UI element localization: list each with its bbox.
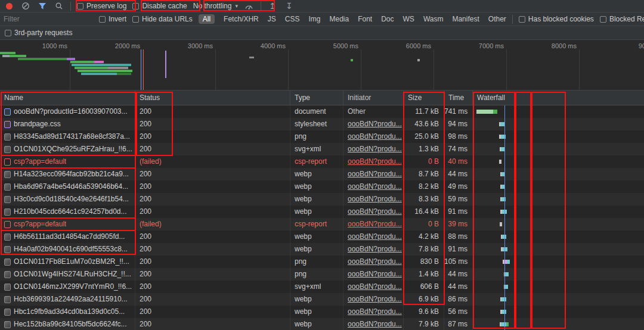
filter-type-font[interactable]: Font <box>358 15 372 23</box>
table-row[interactable]: Hba6d967a4be54d46a539046b64...200webpooo… <box>0 180 644 193</box>
filter-input[interactable] <box>4 14 93 24</box>
filter-type-ws[interactable]: WS <box>403 15 414 23</box>
initiator-cell[interactable]: oooBdN?produ... <box>343 281 404 293</box>
filter-type-img[interactable]: Img <box>308 15 320 23</box>
table-row[interactable]: H210b045cdc664c1c924257bd0d...200webpooo… <box>0 206 644 218</box>
table-row[interactable]: brandpage.css200stylesheetoooBdN?produ..… <box>0 118 644 130</box>
record-button[interactable] <box>4 1 14 11</box>
name-cell[interactable]: H3c0cd9c0d18540c49e2646f1b54... <box>0 193 135 206</box>
name-cell[interactable]: brandpage.css <box>0 118 135 130</box>
name-cell[interactable]: csp?app=default <box>0 218 135 231</box>
initiator-cell[interactable]: oooBdN?produ... <box>343 218 404 231</box>
waterfall-cell[interactable] <box>473 293 644 306</box>
name-cell[interactable]: Hbc1c9fb9ad3d4cd0ba139d0c05... <box>0 306 135 318</box>
invert-toggle[interactable]: Invert <box>99 15 126 23</box>
table-row[interactable]: H6b56111ad3d14854ac7dd905fd...200webpooo… <box>0 231 644 243</box>
waterfall-cell[interactable] <box>473 168 644 180</box>
disable-cache-checkbox[interactable] <box>132 3 139 10</box>
column-header-waterfall[interactable]: Waterfall <box>473 91 644 105</box>
initiator-cell[interactable]: oooBdN?produ... <box>343 193 404 206</box>
initiator-cell[interactable]: oooBdN?produ... <box>343 206 404 218</box>
has-blocked-cookies-checkbox[interactable] <box>519 16 525 23</box>
third-party-checkbox[interactable] <box>5 30 11 36</box>
name-cell[interactable]: oooBdN?productId=16003907003... <box>0 105 135 118</box>
name-cell[interactable]: H210b045cdc664c1c924257bd0d... <box>0 206 135 218</box>
preserve-log-checkbox[interactable] <box>77 3 83 10</box>
table-row[interactable]: O1CN01XQChe925uRFZaHrau_!!6...200svg+xml… <box>0 143 644 155</box>
filter-type-manifest[interactable]: Manifest <box>452 15 479 23</box>
waterfall-cell[interactable] <box>473 281 644 293</box>
waterfall-cell[interactable] <box>473 206 644 218</box>
filter-type-doc[interactable]: Doc <box>381 15 394 23</box>
column-header-initiator[interactable]: Initiator <box>343 91 404 105</box>
filter-type-other[interactable]: Other <box>488 15 506 23</box>
filter-type-media[interactable]: Media <box>329 15 349 23</box>
name-cell[interactable]: Hec152b8a99c84105bf5dc6624fc... <box>0 318 135 330</box>
name-cell[interactable]: H83345ad89d174317a68e8cf387a... <box>0 130 135 143</box>
table-row[interactable]: H3c0cd9c0d18540c49e2646f1b54...200webpoo… <box>0 193 644 206</box>
third-party-toggle[interactable]: 3rd-party requests <box>5 29 72 37</box>
initiator-cell[interactable]: oooBdN?produ... <box>343 256 404 268</box>
waterfall-cell[interactable] <box>473 268 644 281</box>
waterfall-cell[interactable] <box>473 243 644 256</box>
waterfall-cell[interactable] <box>473 143 644 155</box>
blocked-requests-toggle[interactable]: Blocked Requests <box>600 15 644 23</box>
initiator-cell[interactable]: oooBdN?produ... <box>343 168 404 180</box>
initiator-cell[interactable]: oooBdN?produ... <box>343 268 404 281</box>
disable-cache-toggle[interactable]: Disable cache <box>132 2 187 10</box>
column-header-time[interactable]: Time <box>444 91 473 105</box>
table-row[interactable]: csp?app=default(failed)csp-reportoooBdN?… <box>0 218 644 231</box>
filter-type-wasm[interactable]: Wasm <box>423 15 444 23</box>
waterfall-cell[interactable] <box>473 218 644 231</box>
name-cell[interactable]: H6b56111ad3d14854ac7dd905fd... <box>0 231 135 243</box>
export-har-button[interactable]: ↧ <box>284 1 295 11</box>
name-cell[interactable]: O1CN0117Fb8E1uM7o0zBM2R_!!... <box>0 256 135 268</box>
column-header-name[interactable]: Name <box>0 91 135 105</box>
table-row[interactable]: O1CN01Wg4IHS274LRuH3CHZ_!!...200pngoooBd… <box>0 268 644 281</box>
filter-button[interactable] <box>37 1 48 11</box>
waterfall-cell[interactable] <box>473 318 644 330</box>
waterfall-cell[interactable] <box>473 118 644 130</box>
column-header-size[interactable]: Size <box>404 91 444 105</box>
name-cell[interactable]: csp?app=default <box>0 155 135 168</box>
search-button[interactable] <box>54 1 64 11</box>
initiator-cell[interactable]: oooBdN?produ... <box>343 306 404 318</box>
table-row[interactable]: Hbc1c9fb9ad3d4cd0ba139d0c05...200webpooo… <box>0 306 644 318</box>
import-har-button[interactable]: ↥ <box>267 1 278 11</box>
hide-data-urls-checkbox[interactable] <box>132 16 139 23</box>
initiator-cell[interactable]: oooBdN?produ... <box>343 318 404 330</box>
waterfall-cell[interactable] <box>473 231 644 243</box>
filter-type-css[interactable]: CSS <box>285 15 300 23</box>
filter-type-js[interactable]: JS <box>268 15 276 23</box>
waterfall-cell[interactable] <box>473 155 644 168</box>
initiator-cell[interactable]: oooBdN?produ... <box>343 293 404 306</box>
waterfall-cell[interactable] <box>473 180 644 193</box>
throttling-select[interactable]: No throttling ▾ <box>193 2 238 10</box>
table-row[interactable]: O1CN0117Fb8E1uM7o0zBM2R_!!...200pngoooBd… <box>0 256 644 268</box>
clear-button[interactable] <box>20 1 31 11</box>
column-header-type[interactable]: Type <box>290 91 343 105</box>
waterfall-cell[interactable] <box>473 130 644 143</box>
name-cell[interactable]: H14a323ecc0964facb92bb21c4a9... <box>0 168 135 180</box>
initiator-cell[interactable]: oooBdN?produ... <box>343 180 404 193</box>
initiator-cell[interactable]: oooBdN?produ... <box>343 143 404 155</box>
initiator-cell[interactable]: oooBdN?produ... <box>343 155 404 168</box>
column-header-status[interactable]: Status <box>135 91 290 105</box>
table-row[interactable]: oooBdN?productId=16003907003...200docume… <box>0 105 644 118</box>
initiator-cell[interactable]: oooBdN?produ... <box>343 130 404 143</box>
initiator-cell[interactable]: oooBdN?produ... <box>343 243 404 256</box>
table-row[interactable]: H14a323ecc0964facb92bb21c4a9...200webpoo… <box>0 168 644 180</box>
table-row[interactable]: Hcb3699391a224492aa24115910...200webpooo… <box>0 293 644 306</box>
initiator-cell[interactable]: oooBdN?produ... <box>343 231 404 243</box>
network-conditions-button[interactable] <box>244 1 255 11</box>
table-row[interactable]: csp?app=default(failed)csp-reportoooBdN?… <box>0 155 644 168</box>
table-row[interactable]: H83345ad89d174317a68e8cf387a...200pngooo… <box>0 130 644 143</box>
preserve-log-toggle[interactable]: Preserve log <box>77 2 126 10</box>
name-cell[interactable]: Hba6d967a4be54d46a539046b64... <box>0 180 135 193</box>
name-cell[interactable]: O1CN0146mzJX299V7ntYmR0_!!6... <box>0 281 135 293</box>
waterfall-cell[interactable] <box>473 306 644 318</box>
waterfall-cell[interactable] <box>473 256 644 268</box>
blocked-requests-checkbox[interactable] <box>600 16 606 23</box>
has-blocked-cookies-toggle[interactable]: Has blocked cookies <box>519 15 594 23</box>
name-cell[interactable]: O1CN01Wg4IHS274LRuH3CHZ_!!... <box>0 268 135 281</box>
